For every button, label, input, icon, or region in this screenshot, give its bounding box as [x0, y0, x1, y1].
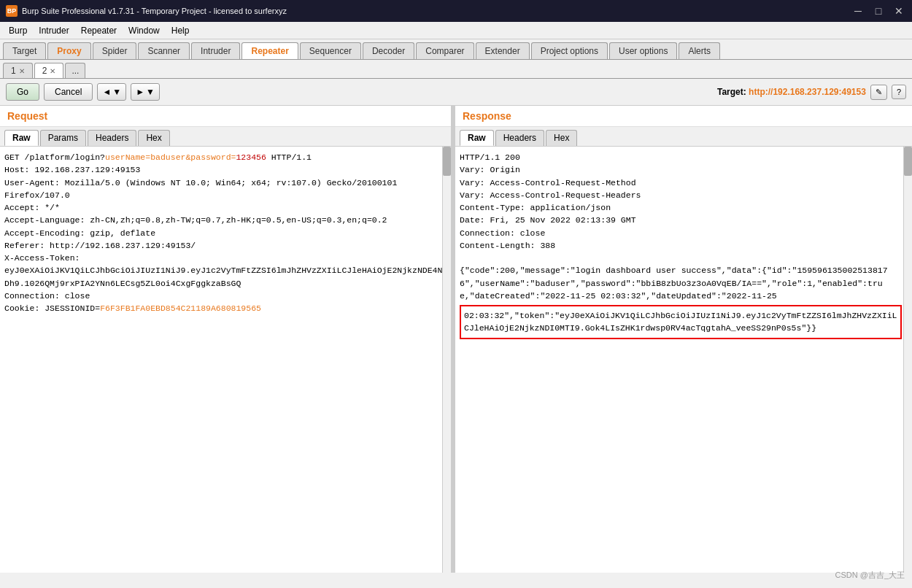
app-icon: BP	[6, 5, 18, 17]
request-scrollbar[interactable]	[442, 147, 451, 573]
sub-tab-2-label: 2	[42, 66, 47, 76]
request-panel: Request Raw Params Headers Hex GET /plat…	[0, 106, 452, 573]
tab-intruder[interactable]: Intruder	[191, 42, 240, 59]
resp-highlighted-token: 02:03:32","token":"eyJ0eXAiOiJKV1QiLCJhb…	[464, 311, 897, 333]
resp-content-type: Content-Type: application/json	[460, 201, 902, 214]
request-header: Request	[0, 106, 451, 127]
next-nav[interactable]: ► ▼	[131, 83, 160, 101]
request-scrollbar-thumb	[443, 147, 451, 176]
prev-drop-icon[interactable]: ▼	[112, 87, 121, 97]
sub-tab-1[interactable]: 1 ✕	[3, 63, 33, 78]
prev-nav[interactable]: ◄ ▼	[97, 83, 126, 101]
resp-content-length: Content-Length: 388	[460, 239, 902, 252]
resp-connection: Connection: close	[460, 227, 902, 239]
sub-tab-add[interactable]: ...	[65, 63, 85, 78]
target-label: Target:	[717, 87, 746, 97]
request-content[interactable]: GET /platform/login?userName=baduser&pas…	[0, 147, 451, 573]
req-host: Host: 192.168.237.129:49153	[4, 163, 441, 176]
menu-repeater[interactable]: Repeater	[75, 24, 123, 37]
tab-decoder[interactable]: Decoder	[363, 42, 414, 59]
response-tab-hex[interactable]: Hex	[546, 130, 577, 146]
help-button[interactable]: ?	[892, 85, 906, 99]
response-tab-raw[interactable]: Raw	[460, 130, 494, 146]
tab-proxy[interactable]: Proxy	[47, 42, 90, 59]
req-user-agent: User-Agent: Mozilla/5.0 (Windows NT 10.0…	[4, 177, 441, 202]
target-url: http://192.168.237.129:49153	[749, 87, 866, 97]
prev-icon: ◄	[102, 87, 111, 97]
request-tab-params[interactable]: Params	[40, 130, 86, 146]
cancel-button[interactable]: Cancel	[44, 83, 93, 101]
target-info: Target: http://192.168.237.129:49153	[717, 87, 866, 97]
content-area: Request Raw Params Headers Hex GET /plat…	[0, 106, 912, 573]
response-content-wrapper: HTTP/1.1 200 Vary: Origin Vary: Access-C…	[455, 147, 912, 573]
req-method: GET /platform/login?	[4, 152, 105, 162]
response-highlight-box: 02:03:32","token":"eyJ0eXAiOiJKV1QiLCJhb…	[460, 305, 902, 339]
watermark: CSDN @吉吉_大王	[835, 570, 905, 573]
req-value: 123456	[236, 152, 266, 162]
req-token-line2: Dh9.1026QMj9rxPIA2YNn6LECsg5ZL0oi4CxgFgg…	[4, 277, 441, 290]
go-button[interactable]: Go	[6, 83, 39, 101]
resp-vary-origin: Vary: Origin	[460, 163, 902, 176]
response-tab-headers[interactable]: Headers	[495, 130, 544, 146]
resp-json-text: {"code":200,"message":"login dashboard u…	[460, 264, 902, 302]
close-button[interactable]: ✕	[892, 4, 906, 18]
tab-comparer[interactable]: Comparer	[416, 42, 474, 59]
toolbar: Go Cancel ◄ ▼ ► ▼ Target: http://192.168…	[0, 79, 912, 106]
tab-scanner[interactable]: Scanner	[138, 42, 190, 59]
req-accept-enc: Accept-Encoding: gzip, deflate	[4, 227, 441, 239]
req-cookie: Cookie: JSESSIONID=F6F3FB1FA0EBD854C2118…	[4, 302, 441, 314]
minimize-button[interactable]: ─	[851, 4, 865, 18]
response-header: Response	[455, 106, 912, 127]
tab-target[interactable]: Target	[3, 42, 46, 59]
window-controls: ─ □ ✕	[851, 4, 906, 18]
menu-window[interactable]: Window	[123, 24, 166, 37]
tab-repeater[interactable]: Repeater	[241, 42, 298, 59]
response-panel: Response Raw Headers Hex HTTP/1.1 200 Va…	[455, 106, 912, 573]
sub-tab-2-close[interactable]: ✕	[50, 67, 55, 75]
req-param: userName=baduser&password=	[105, 152, 236, 162]
cookie-prefix: Cookie: JSESSIONID=	[4, 303, 100, 313]
req-referer: Referer: http://192.168.237.129:49153/	[4, 239, 441, 252]
tab-alerts[interactable]: Alerts	[679, 42, 720, 59]
app-title: Burp Suite Professional v1.7.31 - Tempor…	[22, 7, 287, 15]
next-icon: ►	[136, 87, 144, 97]
resp-vary-headers: Vary: Access-Control-Request-Headers	[460, 189, 902, 201]
edit-target-button[interactable]: ✎	[870, 85, 887, 100]
request-line-1: GET /platform/login?userName=baduser&pas…	[4, 151, 441, 163]
request-tab-hex[interactable]: Hex	[138, 130, 169, 146]
sub-tab-1-label: 1	[11, 66, 16, 76]
cookie-value: F6F3FB1FA0EBD854C21189A680819565	[100, 303, 261, 313]
response-scrollbar-thumb	[904, 147, 912, 176]
resp-vary-method: Vary: Access-Control-Request-Method	[460, 177, 902, 189]
maximize-button[interactable]: □	[871, 4, 886, 18]
resp-date: Date: Fri, 25 Nov 2022 02:13:39 GMT	[460, 214, 902, 226]
tab-sequencer[interactable]: Sequencer	[300, 42, 361, 59]
sub-tab-2[interactable]: 2 ✕	[34, 63, 64, 78]
req-accept-lang: Accept-Language: zh-CN,zh;q=0.8,zh-TW;q=…	[4, 214, 441, 226]
main-tabs: Target Proxy Spider Scanner Intruder Rep…	[0, 39, 912, 60]
title-bar: BP Burp Suite Professional v1.7.31 - Tem…	[0, 0, 912, 22]
resp-status: HTTP/1.1 200	[460, 151, 902, 163]
response-tabs: Raw Headers Hex	[455, 127, 912, 147]
req-connection: Connection: close	[4, 290, 441, 302]
response-content[interactable]: HTTP/1.1 200 Vary: Origin Vary: Access-C…	[455, 147, 912, 573]
response-scrollbar[interactable]	[903, 147, 912, 573]
sub-tabs: 1 ✕ 2 ✕ ...	[0, 60, 912, 79]
menu-intruder[interactable]: Intruder	[33, 24, 74, 37]
req-token-line1: eyJ0eXAiOiJKV1QiLCJhbGciOiJIUzI1NiJ9.eyJ…	[4, 264, 441, 276]
request-tab-raw[interactable]: Raw	[4, 130, 39, 146]
menu-help[interactable]: Help	[166, 24, 196, 37]
menu-bar: Burp Intruder Repeater Window Help	[0, 22, 912, 39]
tab-project-options[interactable]: Project options	[531, 42, 608, 59]
req-accept: Accept: */*	[4, 201, 441, 214]
tab-user-options[interactable]: User options	[609, 42, 677, 59]
request-tab-headers[interactable]: Headers	[88, 130, 136, 146]
tab-extender[interactable]: Extender	[476, 42, 530, 59]
request-content-wrapper: GET /platform/login?userName=baduser&pas…	[0, 147, 451, 573]
tab-spider[interactable]: Spider	[93, 42, 137, 59]
sub-tab-1-close[interactable]: ✕	[19, 67, 25, 75]
request-tabs: Raw Params Headers Hex	[0, 127, 451, 147]
req-x-access-token-label: X-Access-Token:	[4, 252, 441, 264]
next-drop-icon[interactable]: ▼	[146, 87, 155, 97]
menu-burp[interactable]: Burp	[3, 24, 33, 37]
